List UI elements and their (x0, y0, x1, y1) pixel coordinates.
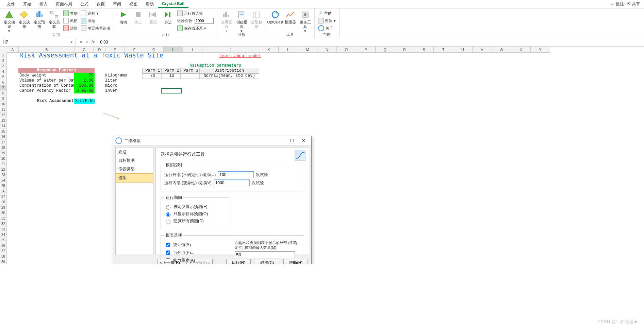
btn-define-decision[interactable]: 定义决策 (17, 9, 31, 30)
outer-input[interactable] (218, 171, 254, 178)
row-header-3[interactable]: 3 (0, 64, 7, 69)
enter-icon[interactable]: ✓ (85, 40, 89, 45)
row-header-6[interactable]: 6 (0, 80, 7, 85)
fx-icon[interactable]: fx (92, 40, 95, 45)
btn-reset[interactable]: 重设 (146, 9, 160, 25)
chk-stats[interactable] (166, 243, 170, 247)
row-header-32[interactable]: 32 (0, 221, 7, 227)
col-header-J[interactable]: J (202, 47, 259, 53)
row-header-13[interactable]: 13 (0, 118, 7, 123)
row-header-10[interactable]: 10 (0, 102, 7, 107)
dialog-titlebar[interactable]: 二维模拟 — ☐ ✕ (113, 136, 311, 145)
menu-file[interactable]: 文件 (3, 0, 19, 8)
btn-select[interactable]: 选择 ▾ (81, 10, 110, 17)
btn-step[interactable]: 步进 (161, 9, 175, 25)
btn-cell-prefs[interactable]: 单元格首选项 (81, 25, 110, 32)
row-header-15[interactable]: 15 (0, 129, 7, 134)
col-header-Q[interactable]: Q (376, 47, 395, 53)
btn-optquest[interactable]: OptQuest (268, 9, 282, 25)
nav-target[interactable]: 目标预测 (116, 156, 153, 165)
row-header-11[interactable]: 11 (0, 107, 7, 113)
formula-input[interactable] (98, 39, 644, 45)
col-header-K[interactable]: K (259, 47, 279, 53)
row-header-19[interactable]: 19 (0, 151, 7, 156)
btn-more-tools[interactable]: 更多工具 ▾ (298, 9, 312, 34)
row-header-30[interactable]: 30 (0, 210, 7, 216)
row-header-21[interactable]: 21 (0, 161, 7, 167)
col-header-H[interactable]: H (164, 47, 183, 53)
col-header-P[interactable]: P (356, 47, 376, 53)
btn-run-prefs[interactable]: 运行首选项 (177, 10, 214, 17)
row-header-26[interactable]: 26 (0, 189, 7, 194)
name-box[interactable] (2, 39, 69, 45)
comment-button[interactable]: ↩ 批注 (611, 1, 624, 7)
name-box-dropdown[interactable]: ▾ (69, 40, 73, 45)
chk-percentiles[interactable] (166, 251, 170, 255)
row-headers[interactable]: 1234567891011121314151617181920212223242… (0, 53, 7, 264)
col-header-L[interactable]: L (279, 47, 298, 53)
inner-input[interactable] (214, 179, 250, 186)
col-header-X[interactable]: X (511, 47, 531, 53)
btn-help[interactable]: ?帮助 (318, 10, 336, 17)
col-header-U[interactable]: U (453, 47, 473, 53)
btn-view-chart[interactable]: 查看图表 ▾ (219, 9, 234, 34)
row-header-18[interactable]: 18 (0, 145, 7, 151)
col-header-I[interactable]: I (183, 47, 202, 53)
radio-show-defined[interactable] (166, 205, 170, 210)
menu-home[interactable]: 开始 (19, 0, 35, 8)
active-cell[interactable] (161, 88, 182, 93)
col-header-Y[interactable]: Y (531, 47, 550, 53)
row-header-24[interactable]: 24 (0, 178, 7, 183)
btn-create-report[interactable]: 创建报表 ▾ (234, 9, 249, 34)
menu-view[interactable]: 视图 (125, 0, 142, 8)
menu-crystalball[interactable]: Crystal Ball (158, 0, 188, 8)
radio-hide-all[interactable] (166, 220, 170, 224)
learn-link[interactable]: Learn about model (218, 53, 262, 58)
row-header-31[interactable]: 31 (0, 216, 7, 221)
row-header-1[interactable]: 1 (0, 53, 7, 58)
btn-start[interactable]: 启动 (116, 9, 130, 25)
menu-pagelayout[interactable]: 页面布局 (52, 0, 76, 8)
menu-review[interactable]: 审阅 (109, 0, 125, 8)
row-header-14[interactable]: 14 (0, 123, 7, 129)
col-header-W[interactable]: W (492, 47, 511, 53)
col-header-S[interactable]: S (414, 47, 434, 53)
row-header-5[interactable]: 5 (0, 74, 7, 80)
nav-options[interactable]: 选项 (116, 173, 153, 183)
col-header-V[interactable]: V (473, 47, 492, 53)
row-header-22[interactable]: 22 (0, 167, 7, 172)
chk-capability[interactable] (166, 258, 170, 263)
radio-show-target[interactable] (166, 212, 170, 217)
btn-define-assumption[interactable]: 定义假设 ▾ (2, 9, 16, 34)
menu-insert[interactable]: 插入 (35, 0, 52, 8)
row-header-17[interactable]: 17 (0, 140, 7, 145)
max-input[interactable] (235, 251, 295, 258)
close-button[interactable]: ✕ (298, 137, 309, 144)
btn-about[interactable]: 关于 (318, 25, 336, 32)
row-header-29[interactable]: 29 (0, 205, 7, 210)
maximize-button[interactable]: ☐ (286, 137, 298, 144)
worksheet[interactable]: ABCDEFGHIJKLMNOPQRSTUVWXY 12345678910111… (0, 47, 644, 264)
trials-input[interactable] (195, 18, 214, 24)
row-header-25[interactable]: 25 (0, 183, 7, 189)
row-header-28[interactable]: 28 (0, 200, 7, 205)
row-header-4[interactable]: 4 (0, 69, 7, 74)
btn-predictor[interactable]: 预测器 (283, 9, 297, 25)
row-header-37[interactable]: 37 (0, 248, 7, 254)
btn-stop[interactable]: 停止 (131, 9, 145, 25)
row-header-2[interactable]: 2 (0, 58, 7, 64)
share-button[interactable]: ⇱ 共享 (627, 1, 640, 7)
btn-freeze[interactable]: 冻结 (81, 17, 110, 24)
col-header-A[interactable]: A (7, 47, 19, 53)
btn-extract-data[interactable]: 提取数据 (249, 9, 264, 30)
menu-formula[interactable]: 公式 (76, 0, 93, 8)
col-header-M[interactable]: M (298, 47, 317, 53)
row-header-16[interactable]: 16 (0, 134, 7, 140)
row-header-39[interactable]: 39 (0, 259, 7, 264)
minimize-button[interactable]: — (275, 137, 286, 144)
menu-data[interactable]: 数据 (93, 0, 109, 8)
btn-define-correlation[interactable]: 定义关联 (47, 9, 61, 30)
cancel-icon[interactable]: ✕ (79, 40, 83, 45)
row-header-27[interactable]: 27 (0, 194, 7, 200)
nav-welcome[interactable]: 欢迎 (116, 148, 153, 156)
